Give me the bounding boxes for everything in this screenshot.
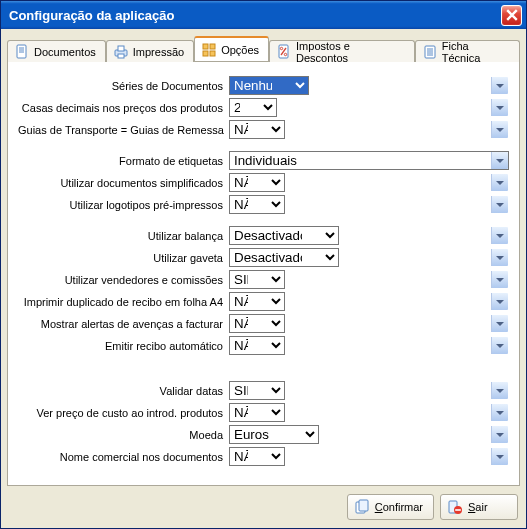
sair-button[interactable]: Sair — [440, 494, 518, 520]
button-label: Confirmar — [375, 501, 423, 513]
label-precocusto: Ver preço de custo ao introd. produtos — [18, 407, 223, 419]
combo-duplicado[interactable]: NÃO — [229, 292, 509, 311]
label-series: Séries de Documentos — [18, 80, 223, 92]
button-label: Sair — [468, 501, 488, 513]
tab-label: Impostos e Descontos — [296, 40, 405, 64]
tab-content: Séries de Documentos Nenhuma Casas decim… — [7, 61, 520, 486]
svg-rect-10 — [210, 51, 215, 56]
options-icon — [201, 42, 217, 58]
label-etiquetas: Formato de etiquetas — [18, 155, 223, 167]
close-icon — [506, 9, 518, 21]
combo-casas[interactable]: 2 — [229, 98, 509, 117]
label-alertas: Mostrar alertas de avenças a facturar — [18, 318, 223, 330]
label-simplificados: Utilizar documentos simplificados — [18, 177, 223, 189]
combo-precocusto[interactable]: NÃO — [229, 403, 509, 422]
combo-simplificados[interactable]: NÃO — [229, 173, 509, 192]
combo-vendedores[interactable]: SIM — [229, 270, 509, 289]
exit-icon — [447, 499, 463, 515]
close-button[interactable] — [501, 5, 522, 26]
tab-opcoes[interactable]: Opções — [194, 36, 269, 61]
printer-icon — [113, 44, 129, 60]
svg-rect-7 — [203, 44, 208, 49]
label-guias: Guias de Transporte = Guias de Remessa — [18, 124, 223, 136]
combo-gaveta[interactable]: Desactivado — [229, 248, 509, 267]
confirm-icon — [354, 499, 370, 515]
tab-impressao[interactable]: Impressão — [106, 40, 194, 62]
button-bar: Confirmar Sair — [7, 486, 520, 522]
label-vendedores: Utilizar vendedores e comissões — [18, 274, 223, 286]
sheet-icon — [422, 44, 438, 60]
label-validar: Validar datas — [18, 385, 223, 397]
combo-etiquetas[interactable]: Individuais — [229, 151, 509, 170]
svg-rect-8 — [210, 44, 215, 49]
document-icon — [14, 44, 30, 60]
svg-rect-5 — [118, 46, 124, 51]
window-title: Configuração da aplicação — [9, 8, 501, 23]
window: Configuração da aplicação Documentos Imp… — [0, 0, 527, 529]
label-balanca: Utilizar balança — [18, 230, 223, 242]
tab-label: Documentos — [34, 46, 96, 58]
svg-rect-20 — [359, 500, 368, 511]
combo-series[interactable]: Nenhuma — [229, 76, 509, 95]
tab-label: Impressão — [133, 46, 184, 58]
combo-moeda[interactable]: Euros — [229, 425, 509, 444]
label-logotipos: Utilizar logotipos pré-impressos — [18, 199, 223, 211]
tab-documentos[interactable]: Documentos — [7, 40, 106, 62]
label-recibo: Emitir recibo automático — [18, 340, 223, 352]
label-comercial: Nome comercial nos documentos — [18, 451, 223, 463]
svg-rect-6 — [118, 54, 124, 58]
tab-label: Ficha Técnica — [442, 40, 510, 64]
combo-balanca[interactable]: Desactivado — [229, 226, 509, 245]
tab-label: Opções — [221, 44, 259, 56]
body: Documentos Impressão Opções Impostos e D… — [1, 29, 526, 528]
combo-logotipos[interactable]: NÃO — [229, 195, 509, 214]
label-gaveta: Utilizar gaveta — [18, 252, 223, 264]
titlebar: Configuração da aplicação — [1, 1, 526, 29]
svg-rect-9 — [203, 51, 208, 56]
combo-recibo[interactable]: NÃO — [229, 336, 509, 355]
tab-ficha[interactable]: Ficha Técnica — [415, 40, 520, 62]
svg-rect-14 — [425, 46, 435, 58]
combo-alertas[interactable]: NÃO — [229, 314, 509, 333]
combo-guias[interactable]: NÃO — [229, 120, 509, 139]
svg-rect-23 — [455, 509, 461, 511]
label-casas: Casas decimais nos preços dos produtos — [18, 102, 223, 114]
tabs-bar: Documentos Impressão Opções Impostos e D… — [7, 35, 520, 61]
form: Séries de Documentos Nenhuma Casas decim… — [18, 76, 509, 466]
tab-impostos[interactable]: Impostos e Descontos — [269, 40, 415, 62]
confirmar-button[interactable]: Confirmar — [347, 494, 434, 520]
label-moeda: Moeda — [18, 429, 223, 441]
combo-comercial[interactable]: NÃO — [229, 447, 509, 466]
combo-validar[interactable]: SIM — [229, 381, 509, 400]
label-duplicado: Imprimir duplicado de recibo em folha A4 — [18, 296, 223, 308]
percent-icon — [276, 44, 292, 60]
